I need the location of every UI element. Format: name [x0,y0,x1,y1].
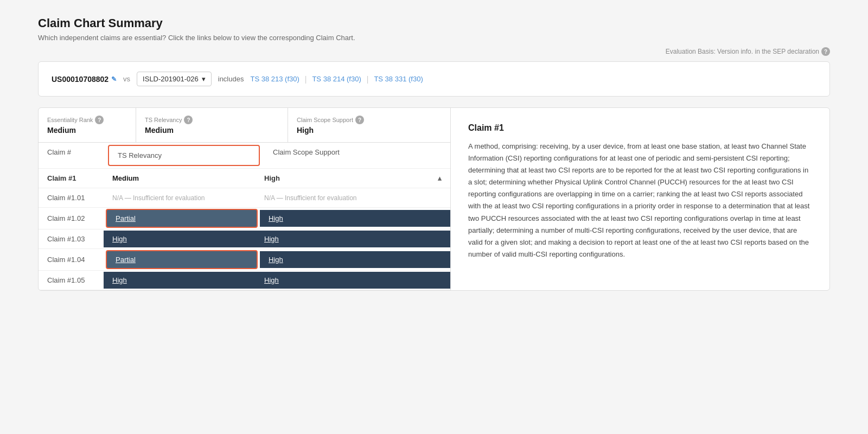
claim-row-1.04: Claim #1.04PartialHigh [39,249,450,271]
content-area: Essentiality Rank ? Medium TS Relevancy … [38,107,830,291]
claim-group-ts: Medium [112,174,264,182]
ts-cell-1.05[interactable]: High [104,272,256,289]
patent-id: US00010708802 ✎ [52,75,117,84]
scope-cell-1.05[interactable]: High [256,272,450,289]
claim-row-1.05: Claim #1.05HighHigh [39,271,450,290]
claim-group-label: Claim #1 [47,174,112,182]
collapse-icon[interactable]: ▴ [438,174,442,182]
edit-patent-icon[interactable]: ✎ [111,75,117,83]
ts-cell-1.04[interactable]: Partial [106,250,258,269]
scope-cell-1.03[interactable]: High [256,231,450,247]
claim-row-1.02: Claim #1.02PartialHigh [39,208,450,229]
includes-label: includes [218,75,244,83]
ts-relevancy-info-icon[interactable]: ? [184,116,193,124]
claim-group-scope: High [264,174,438,182]
claim-row-1.03: Claim #1.03HighHigh [39,229,450,249]
page-subtitle: Which independent claims are essential? … [38,34,830,42]
ts-link-3[interactable]: TS 38 331 (f30) [374,75,423,83]
claim-detail-title: Claim #1 [468,123,812,133]
th-ts-relevancy: TS Relevancy [108,145,260,166]
page-title: Claim Chart Summary [38,16,830,30]
claim-label-1.03: Claim #1.03 [39,229,104,248]
ts-relevancy-col: TS Relevancy ? Medium [136,108,288,142]
standard-dropdown[interactable]: ISLD-201901-026 ▾ [137,72,212,86]
summary-header: Essentiality Rank ? Medium TS Relevancy … [39,108,450,143]
claim-label-1.04: Claim #1.04 [39,250,104,269]
ts-link-2[interactable]: TS 38 214 (f30) [312,75,361,83]
claim-row-1.01: Claim #1.01N/A — Insufficient for evalua… [39,188,450,208]
right-panel: Claim #1 A method, comprising: receiving… [451,108,829,290]
scope-cell-1.02[interactable]: High [260,210,450,227]
ts-link-1[interactable]: TS 38 213 (f30) [250,75,299,83]
left-panel: Essentiality Rank ? Medium TS Relevancy … [39,108,451,290]
claim-group-header: Claim #1 Medium High ▴ [39,169,450,188]
th-scope-support: Claim Scope Support [264,143,450,168]
scope-info-icon[interactable]: ? [355,116,364,124]
ts-cell-1.03[interactable]: High [104,231,256,247]
claim-rows: Claim #1.01N/A — Insufficient for evalua… [39,188,450,290]
ts-cell-1.02[interactable]: Partial [106,209,258,228]
ts-cell-1.01: N/A — Insufficient for evaluation [104,190,256,206]
chevron-down-icon: ▾ [202,75,206,83]
th-claim: Claim # [39,143,104,168]
essentiality-info-icon[interactable]: ? [95,116,104,124]
claim-label-1.05: Claim #1.05 [39,271,104,290]
claim-label-1.01: Claim #1.01 [39,188,104,207]
scope-cell-1.01: N/A — Insufficient for evaluation [256,190,450,206]
info-icon[interactable]: ? [821,47,830,56]
claim-label-1.02: Claim #1.02 [39,209,104,228]
ts-links: TS 38 213 (f30) | TS 38 214 (f30) | TS 3… [250,75,423,84]
scope-col: Claim Scope Support ? High [288,108,450,142]
table-header: Claim # TS Relevancy Claim Scope Support [39,143,450,169]
vs-label: vs [123,75,130,83]
scope-cell-1.04[interactable]: High [260,251,450,268]
eval-basis: Evaluation Basis: Version info. in the S… [38,47,830,56]
claim-detail-text: A method, comprising: receiving, by a us… [468,141,812,260]
essentiality-col: Essentiality Rank ? Medium [39,108,136,142]
patent-bar-card: US00010708802 ✎ vs ISLD-201901-026 ▾ inc… [38,61,830,97]
